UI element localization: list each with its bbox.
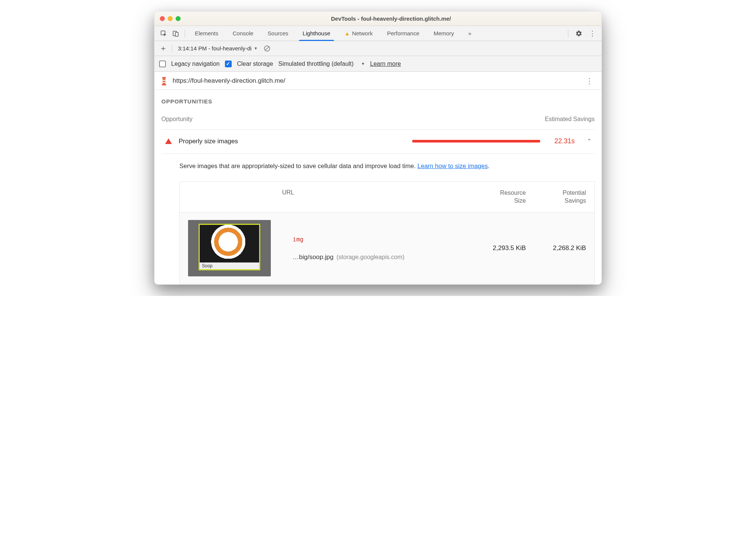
th-thumb xyxy=(188,189,282,205)
new-report-button[interactable]: ＋ xyxy=(158,44,168,53)
learn-more-link[interactable]: Learn more xyxy=(370,61,401,67)
report-url: https://foul-heavenly-direction.glitch.m… xyxy=(173,77,285,85)
svg-rect-6 xyxy=(162,78,165,84)
column-opportunity: Opportunity xyxy=(161,116,545,123)
maximize-button[interactable] xyxy=(176,16,181,21)
learn-how-link[interactable]: Learn how to size images xyxy=(417,162,488,169)
tab-label: Network xyxy=(352,30,373,36)
report-url-row: https://foul-heavenly-direction.glitch.m… xyxy=(155,72,601,90)
clear-storage-label: Clear storage xyxy=(237,61,273,67)
resources-table: URL ResourceSize PotentialSavings Soop i… xyxy=(179,181,595,285)
svg-marker-9 xyxy=(162,84,167,85)
resource-url[interactable]: …big/soop.jpg (storage.googleapis.com) xyxy=(293,253,466,261)
device-toggle-icon[interactable] xyxy=(170,28,181,39)
devtools-tabstrip: Elements Console Sources Lighthouse ▲Net… xyxy=(155,26,601,41)
minimize-button[interactable] xyxy=(168,16,173,21)
report-timestamp-label: 3:14:14 PM - foul-heavenly-di xyxy=(178,45,252,52)
thumbnail-preview xyxy=(200,225,259,262)
svg-line-4 xyxy=(265,47,269,50)
element-tag: img xyxy=(293,236,466,243)
resource-host: (storage.googleapis.com) xyxy=(337,254,405,261)
potential-savings: 2,268.2 KiB xyxy=(526,244,586,252)
lighthouse-icon xyxy=(160,76,168,86)
fail-triangle-icon xyxy=(165,138,172,144)
tab-sources[interactable]: Sources xyxy=(264,26,292,41)
throttling-dropdown-icon[interactable]: ▼ xyxy=(361,62,365,66)
tab-memory[interactable]: Memory xyxy=(430,26,458,41)
opportunity-description: Serve images that are appropriately-size… xyxy=(161,154,595,181)
savings-value: 22.31s xyxy=(554,137,575,145)
savings-bar-fill xyxy=(412,140,540,143)
legacy-navigation-checkbox[interactable] xyxy=(159,61,166,67)
tab-more[interactable]: » xyxy=(465,26,475,41)
svg-rect-8 xyxy=(162,82,165,83)
separator xyxy=(568,29,568,38)
tab-elements[interactable]: Elements xyxy=(191,26,222,41)
window-titlebar: DevTools - foul-heavenly-direction.glitc… xyxy=(155,12,601,26)
tab-label: Performance xyxy=(387,30,419,36)
report-menu-icon[interactable]: ⋮ xyxy=(583,75,596,87)
table-row: Soop img …big/soop.jpg (storage.googleap… xyxy=(180,212,594,284)
clear-icon[interactable] xyxy=(263,45,271,52)
image-thumbnail: Soop xyxy=(188,220,271,276)
lighthouse-options: Legacy navigation Clear storage Simulate… xyxy=(155,56,601,72)
opportunity-item[interactable]: Properly size images 22.31s ⌃ xyxy=(161,129,595,154)
throttling-label: Simulated throttling (default) xyxy=(278,61,354,67)
warning-icon: ▲ xyxy=(345,30,350,36)
tab-label: Lighthouse xyxy=(303,30,330,36)
close-button[interactable] xyxy=(160,16,165,21)
tab-label: Console xyxy=(233,30,254,36)
expand-chevron-icon[interactable]: ⌃ xyxy=(587,138,592,145)
tab-label: Memory xyxy=(434,30,454,36)
resource-path: …big/soop.jpg xyxy=(293,253,334,261)
opportunity-name: Properly size images xyxy=(179,138,238,145)
lighthouse-actionbar: ＋ 3:14:14 PM - foul-heavenly-di ▼ xyxy=(155,41,601,56)
inspect-element-icon[interactable] xyxy=(158,28,169,39)
column-savings: Estimated Savings xyxy=(545,116,595,123)
window-controls xyxy=(160,16,181,21)
separator xyxy=(185,29,185,38)
report-body: OPPORTUNITIES Opportunity Estimated Savi… xyxy=(155,90,601,284)
tab-network[interactable]: ▲Network xyxy=(341,26,376,41)
legacy-navigation-label: Legacy navigation xyxy=(171,61,220,67)
th-url: URL xyxy=(282,189,466,205)
savings-bar xyxy=(245,140,548,143)
tab-performance[interactable]: Performance xyxy=(383,26,423,41)
opportunity-columns: Opportunity Estimated Savings xyxy=(161,116,595,123)
tab-console[interactable]: Console xyxy=(229,26,257,41)
more-tabs-icon: » xyxy=(468,30,471,36)
th-potential-savings: PotentialSavings xyxy=(526,189,586,205)
settings-gear-icon[interactable] xyxy=(574,28,584,39)
opportunities-heading: OPPORTUNITIES xyxy=(161,98,595,105)
th-resource-size: ResourceSize xyxy=(466,189,526,205)
clear-storage-checkbox[interactable] xyxy=(225,61,232,67)
table-header: URL ResourceSize PotentialSavings xyxy=(180,182,594,213)
svg-rect-2 xyxy=(175,32,178,36)
svg-rect-5 xyxy=(162,77,165,78)
window-title: DevTools - foul-heavenly-direction.glitc… xyxy=(186,15,596,22)
description-text: Serve images that are appropriately-size… xyxy=(179,162,417,169)
panel-tabs: Elements Console Sources Lighthouse ▲Net… xyxy=(191,26,475,41)
svg-rect-7 xyxy=(162,80,165,81)
devtools-window: DevTools - foul-heavenly-direction.glitc… xyxy=(154,11,602,285)
dropdown-caret-icon: ▼ xyxy=(254,46,258,50)
report-selector[interactable]: 3:14:14 PM - foul-heavenly-di ▼ xyxy=(176,44,260,53)
tab-lighthouse[interactable]: Lighthouse xyxy=(299,26,334,41)
period: . xyxy=(488,162,490,169)
resource-size: 2,293.5 KiB xyxy=(466,244,526,252)
thumbnail-caption: Soop xyxy=(200,262,259,269)
tab-label: Elements xyxy=(195,30,219,36)
separator xyxy=(172,44,172,53)
kebab-menu-icon[interactable]: ⋮ xyxy=(587,28,598,39)
tab-label: Sources xyxy=(268,30,288,36)
